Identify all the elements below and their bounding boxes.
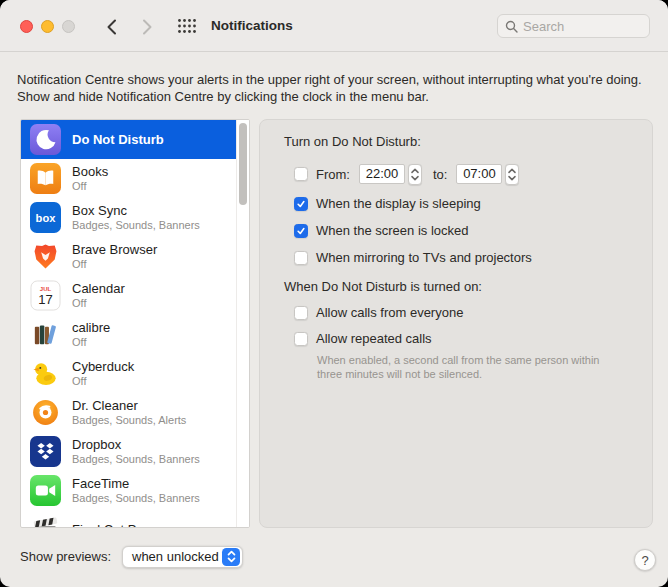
app-name: Final Cut Pro xyxy=(72,522,148,528)
turn-on-options-group: When the display is sleeping When the sc… xyxy=(284,195,652,266)
app-name: Cyberduck xyxy=(72,359,134,375)
sidebar-item-calendar[interactable]: JUL17 Calendar Off xyxy=(21,276,237,315)
show-previews-label: Show previews: xyxy=(20,549,111,564)
show-previews-popup[interactable]: when unlocked xyxy=(122,546,243,568)
sidebar-item-dropbox[interactable]: Dropbox Badges, Sounds, Banners xyxy=(21,432,237,471)
repeated-calls-hint: When enabled, a second call from the sam… xyxy=(317,353,622,381)
checkbox[interactable] xyxy=(294,224,308,238)
forward-button[interactable] xyxy=(137,17,157,37)
calendar-icon: JUL17 xyxy=(30,280,61,311)
app-name: Calendar xyxy=(72,281,125,297)
show-previews-value: when unlocked xyxy=(132,549,219,564)
app-alert-style: Off xyxy=(72,258,157,271)
app-name: Dropbox xyxy=(72,437,200,453)
checkbox-label: When the display is sleeping xyxy=(316,196,481,211)
brave-browser-icon xyxy=(30,241,61,272)
window-title: Notifications xyxy=(211,18,293,33)
to-time-field[interactable]: 07:00 xyxy=(456,164,502,184)
checkbox[interactable] xyxy=(294,306,308,320)
scrollbar-track[interactable] xyxy=(236,120,249,527)
app-name: Brave Browser xyxy=(72,242,157,258)
sidebar-item-cyberduck[interactable]: Cyberduck Off xyxy=(21,354,237,393)
schedule-checkbox[interactable] xyxy=(294,167,308,181)
section-label-when-on: When Do Not Disturb is turned on: xyxy=(284,279,652,295)
checkbox[interactable] xyxy=(294,251,308,265)
svg-text:17: 17 xyxy=(38,292,53,307)
checkbox-row[interactable]: When mirroring to TVs and projectors xyxy=(294,249,652,266)
stepper-arrows-icon xyxy=(411,168,419,181)
calibre-icon xyxy=(30,319,61,350)
minimize-button[interactable] xyxy=(41,20,54,33)
sidebar-item-calibre[interactable]: calibre Off xyxy=(21,315,237,354)
books-icon xyxy=(30,163,61,194)
zoom-button-disabled xyxy=(62,20,75,33)
app-name: Box Sync xyxy=(72,203,200,219)
stepper-arrows-icon xyxy=(508,168,516,181)
sidebar-item-brave-browser[interactable]: Brave Browser Off xyxy=(21,237,237,276)
from-time-stepper[interactable] xyxy=(408,164,422,185)
svg-text:box: box xyxy=(36,212,57,224)
checkbox-row[interactable]: When the screen is locked xyxy=(294,222,652,239)
checkbox-label: Allow calls from everyone xyxy=(316,305,463,320)
from-time-field[interactable]: 22:00 xyxy=(359,164,405,184)
chevron-left-icon xyxy=(106,19,117,35)
app-name: FaceTime xyxy=(72,476,200,492)
checkbox-label: When mirroring to TVs and projectors xyxy=(316,250,532,265)
dr-cleaner-icon xyxy=(30,397,61,428)
section-label-turn-on: Turn on Do Not Disturb: xyxy=(284,134,652,150)
chevron-right-icon xyxy=(142,19,153,35)
checkbox[interactable] xyxy=(294,332,308,346)
checkbox-row[interactable]: Allow calls from everyone xyxy=(294,304,652,321)
app-alert-style: Off xyxy=(72,336,110,349)
svg-text:JUL: JUL xyxy=(40,286,52,292)
to-label: to: xyxy=(433,167,447,182)
checkbox[interactable] xyxy=(294,197,308,211)
app-name: Dr. Cleaner xyxy=(72,398,186,414)
checkbox-row[interactable]: When the display is sleeping xyxy=(294,195,652,212)
sidebar-item-dr-cleaner[interactable]: Dr. Cleaner Badges, Sounds, Alerts xyxy=(21,393,237,432)
app-alert-style: Badges, Sounds, Alerts xyxy=(72,414,186,427)
traffic-lights xyxy=(20,20,75,33)
sidebar-item-facetime[interactable]: FaceTime Badges, Sounds, Banners xyxy=(21,471,237,510)
scrollbar-thumb[interactable] xyxy=(239,123,247,205)
app-name: Books xyxy=(72,164,108,180)
checkmark-icon xyxy=(296,199,306,209)
show-all-grid-icon[interactable] xyxy=(177,18,197,34)
app-alert-style: Off xyxy=(72,180,108,193)
checkbox-label: When the screen is locked xyxy=(316,223,468,238)
search-icon xyxy=(505,20,518,33)
sidebar-item-box-sync[interactable]: box Box Sync Badges, Sounds, Banners xyxy=(21,198,237,237)
sidebar-item-do-not-disturb[interactable]: Do Not Disturb xyxy=(21,120,237,159)
popup-chevrons-icon xyxy=(222,548,240,566)
help-button[interactable]: ? xyxy=(634,549,656,571)
app-list-sidebar: Do Not Disturb Books Off box Box Sync Ba… xyxy=(20,119,250,528)
checkbox-label: Allow repeated calls xyxy=(316,331,432,346)
sidebar-item-books[interactable]: Books Off xyxy=(21,159,237,198)
cyberduck-icon xyxy=(30,358,61,389)
when-on-options-group: Allow calls from everyone Allow repeated… xyxy=(284,304,652,347)
back-button[interactable] xyxy=(101,17,121,37)
description-text: Notification Centre shows your alerts in… xyxy=(17,71,655,105)
do-not-disturb-panel: Turn on Do Not Disturb: From: 22:00 to: … xyxy=(259,119,653,528)
do-not-disturb-icon xyxy=(30,124,61,155)
final-cut-pro-icon xyxy=(30,514,61,527)
dropbox-icon xyxy=(30,436,61,467)
facetime-icon xyxy=(30,475,61,506)
app-name: calibre xyxy=(72,320,110,336)
schedule-row: From: 22:00 to: 07:00 xyxy=(294,163,652,185)
to-time-stepper[interactable] xyxy=(505,164,519,185)
app-alert-style: Off xyxy=(72,297,125,310)
app-name: Do Not Disturb xyxy=(72,132,164,148)
from-label: From: xyxy=(316,167,350,182)
box-sync-icon: box xyxy=(30,202,61,233)
app-list: Do Not Disturb Books Off box Box Sync Ba… xyxy=(21,120,237,527)
app-alert-style: Badges, Sounds, Banners xyxy=(72,219,200,232)
sidebar-item-final-cut-pro[interactable]: Final Cut Pro xyxy=(21,510,237,527)
search-field[interactable] xyxy=(497,14,650,38)
close-button[interactable] xyxy=(20,20,33,33)
app-alert-style: Off xyxy=(72,375,134,388)
search-input[interactable] xyxy=(523,19,633,34)
checkmark-icon xyxy=(296,226,306,236)
checkbox-row[interactable]: Allow repeated calls xyxy=(294,330,652,347)
title-bar: Notifications xyxy=(0,0,668,52)
